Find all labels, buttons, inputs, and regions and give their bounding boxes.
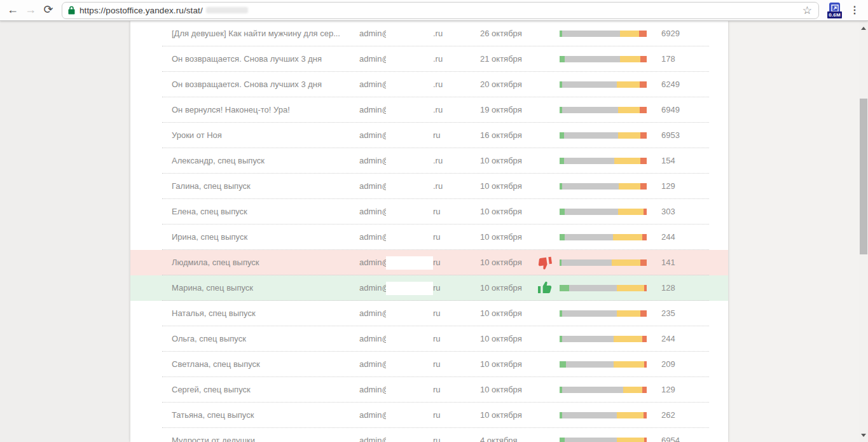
bar-spam-segment — [644, 412, 647, 418]
row-count: 262 — [661, 403, 675, 428]
bar-read-segment — [613, 234, 643, 240]
row-title: Галина, спец выпуск — [172, 174, 350, 199]
extension-badge: 0.6M — [827, 11, 842, 18]
table-row[interactable]: [Для девушек] Как найти мужчину для сер.… — [130, 21, 728, 46]
row-date: 19 октября — [480, 97, 522, 123]
delivery-bar — [560, 56, 647, 62]
row-title: Александр, спец выпуск — [172, 148, 350, 174]
row-email-suffix: .ru — [433, 72, 443, 97]
delivery-bar — [560, 438, 647, 442]
forward-button[interactable]: → — [22, 1, 39, 19]
scroll-up-arrow-icon — [861, 27, 866, 30]
row-email-suffix: ru — [433, 275, 441, 301]
table-row[interactable]: Он вернулся! Наконец-то! Ура! admin@ .ru… — [130, 97, 728, 123]
table-row[interactable]: Наталья, спец выпуск admin@ ru 10 октябр… — [130, 301, 728, 326]
delivery-bar — [560, 81, 647, 88]
bar-unread-segment — [562, 31, 619, 37]
row-title: Ольга, спец выпуск — [172, 326, 350, 352]
delivery-bar — [560, 183, 647, 190]
delivery-bar — [560, 310, 647, 317]
delivery-bar — [560, 209, 647, 215]
delivery-bar — [560, 31, 647, 37]
bar-spam-segment — [639, 31, 647, 37]
bar-unread-segment — [562, 107, 618, 113]
row-date: 10 октября — [480, 250, 522, 275]
bar-spam-segment — [642, 387, 647, 393]
row-count: 6249 — [661, 72, 680, 97]
row-title: Марина, спец выпуск — [172, 275, 350, 301]
table-row[interactable]: Елена, спец выпуск admin@ ru 10 октября … — [130, 199, 728, 224]
row-count: 154 — [661, 148, 675, 174]
bar-unread-segment — [566, 361, 614, 368]
row-title: Он возвращается. Снова лучших 3 дня — [172, 46, 350, 72]
bar-read-segment — [618, 107, 640, 113]
bar-spam-segment — [640, 81, 647, 88]
row-title: Людмила, спец выпуск — [172, 250, 350, 275]
bar-delivered-segment — [560, 132, 564, 139]
bar-spam-segment — [642, 336, 647, 342]
row-count: 129 — [661, 377, 675, 403]
bar-delivered-segment — [560, 234, 565, 240]
table-row[interactable]: Галина, спец выпуск admin@ .ru 10 октябр… — [130, 174, 728, 199]
table-row[interactable]: Ирина, спец выпуск admin@ ru 10 октября … — [130, 224, 728, 250]
table-row[interactable]: Татьяна, спец выпуск admin@ ru 10 октябр… — [130, 403, 728, 428]
bar-unread-segment — [564, 132, 618, 139]
row-email-suffix: ru — [433, 403, 441, 428]
table-row[interactable]: Он возвращается. Снова лучших 3 дня admi… — [130, 72, 728, 97]
scrollbar[interactable] — [859, 21, 868, 442]
reload-button[interactable]: ⟳ — [39, 1, 57, 19]
row-email-censor — [386, 383, 433, 397]
table-row[interactable]: Сергей, спец выпуск admin@ ru 10 октября… — [130, 377, 728, 403]
back-button[interactable]: ← — [4, 1, 22, 19]
row-email-suffix: ru — [433, 352, 441, 377]
bar-read-segment — [620, 31, 639, 37]
table-row[interactable]: Светлана, спец выпуск admin@ ru 10 октяб… — [130, 352, 728, 377]
table-row[interactable]: Марина, спец выпуск admin@ ru 10 октября… — [130, 275, 728, 301]
bar-read-segment — [614, 361, 644, 368]
bar-unread-segment — [562, 336, 614, 342]
row-email-censor — [386, 307, 433, 321]
row-date: 26 октября — [480, 21, 522, 46]
browser-toolbar: ← → ⟳ https://postoffice.yandex.ru/stat/… — [0, 0, 868, 21]
bar-spam-segment — [644, 438, 647, 442]
row-title: Он вернулся! Наконец-то! Ура! — [172, 97, 350, 123]
scroll-up-button[interactable] — [859, 24, 868, 32]
bar-spam-segment — [642, 234, 647, 240]
extension-button[interactable]: 0.6M — [826, 1, 844, 20]
table-row[interactable]: Он возвращается. Снова лучших 3 дня admi… — [130, 46, 728, 72]
row-email-censor — [386, 155, 433, 168]
row-count: 6953 — [661, 123, 680, 148]
row-count: 244 — [661, 224, 675, 250]
row-email-suffix: .ru — [433, 46, 443, 72]
row-title: Уроки от Ноя — [172, 123, 350, 148]
row-count: 128 — [661, 275, 675, 301]
row-date: 10 октября — [480, 326, 522, 352]
browser-menu-button[interactable]: ⋮ — [846, 1, 863, 19]
bar-read-segment — [619, 183, 640, 190]
table-row[interactable]: Александр, спец выпуск admin@ .ru 10 окт… — [130, 148, 728, 174]
bar-unread-segment — [562, 310, 617, 317]
delivery-bar — [560, 158, 647, 164]
scroll-down-arrow-icon — [861, 434, 866, 437]
bar-unread-segment — [565, 438, 617, 442]
address-bar[interactable]: https://postoffice.yandex.ru/stat/ ☆ — [62, 2, 819, 19]
bookmark-star-icon[interactable]: ☆ — [800, 4, 815, 17]
row-title: Ирина, спец выпуск — [172, 224, 350, 250]
table-row[interactable]: Ольга, спец выпуск admin@ ru 10 октября … — [130, 326, 728, 352]
table-row[interactable]: Людмила, спец выпуск admin@ ru 10 октябр… — [130, 250, 728, 275]
thumbs-down-icon[interactable] — [536, 254, 555, 273]
table-row[interactable]: Мудрости от дедушки admin@ ru 4 октября … — [130, 428, 728, 442]
bar-unread-segment — [562, 412, 617, 418]
row-date: 4 октября — [480, 428, 517, 442]
bar-spam-segment — [640, 158, 647, 164]
stats-card: [Для девушек] Как найти мужчину для сер.… — [130, 21, 728, 442]
bar-spam-segment — [640, 259, 647, 266]
scroll-down-button[interactable] — [859, 431, 868, 439]
row-date: 10 октября — [480, 148, 522, 174]
bar-spam-segment — [640, 310, 647, 317]
table-row[interactable]: Уроки от Ноя admin@ ru 16 октября 6953 — [130, 123, 728, 148]
thumbs-up-icon[interactable] — [537, 280, 554, 296]
scrollbar-thumb[interactable] — [860, 99, 867, 254]
row-email-suffix: ru — [433, 224, 441, 250]
row-date: 10 октября — [480, 199, 522, 224]
